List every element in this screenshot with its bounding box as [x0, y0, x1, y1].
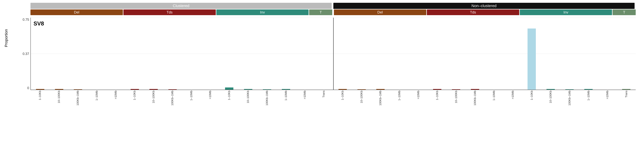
x-label-c-tds-3: 100Kb–1Mb: [163, 91, 182, 106]
bar-c-tds-4: [182, 18, 201, 90]
x-label-nc-tds-1: 1–10Kb: [428, 91, 447, 106]
x-axis-labels: 1–10Kb 10–100Kb 100Kb–1Mb 1–10Mb >10Mb 1…: [16, 91, 636, 106]
bar-nc-tds-1: [428, 18, 447, 90]
bar-nc-inv-2: [541, 18, 560, 90]
bar-nc-inv-4: [579, 18, 598, 90]
x-label-nc-trans: Trans: [617, 91, 636, 106]
x-label-c-tds-2: 10–100Kb: [144, 91, 163, 106]
x-label-nc-del-4: 1–10Mb: [390, 91, 409, 106]
y-axis-label: Proportion: [4, 29, 8, 47]
x-label-c-del-2: 10–100Kb: [50, 91, 68, 106]
nonclustered-inv-label: Inv: [520, 10, 612, 15]
x-labels-area: 1–10Kb 10–100Kb 100Kb–1Mb 1–10Mb >10Mb 1…: [30, 91, 636, 106]
bar-c-inv-3: [258, 18, 276, 90]
bar-c-inv-1: [220, 18, 239, 90]
x-label-nc-del-3: 100Kb–1Mb: [371, 91, 390, 106]
bar-nc-trans: [617, 18, 636, 90]
bar-c-del-2: [50, 18, 69, 90]
bar-nc-inv-3: [560, 18, 579, 90]
x-label-nc-del-1: 1–10Kb: [333, 91, 352, 106]
x-label-c-inv-1: 1–10Kb: [220, 91, 239, 106]
bar-c-tds-3: [163, 18, 182, 90]
bar-c-trans: [314, 18, 333, 90]
y-axis: Proportion 0.75 0.37 0: [16, 18, 30, 90]
x-label-c-inv-5: >10Mb: [295, 91, 314, 106]
bar-c-tds-1: [125, 18, 144, 90]
bar-c-del-1: [31, 18, 50, 90]
bar-c-del-3: [68, 18, 88, 90]
x-label-c-inv-3: 100Kb–1Mb: [258, 91, 276, 106]
x-label-nc-del-5: >10Mb: [409, 91, 428, 106]
x-label-nc-del-2: 10–100Kb: [352, 91, 371, 106]
y-tick-075: 0.75: [22, 18, 29, 22]
x-label-c-del-1: 1–10Kb: [30, 91, 50, 106]
bar-c-inv-2: [239, 18, 258, 90]
x-label-c-tds-5: >10Mb: [201, 91, 220, 106]
non-clustered-label: Non–clustered: [333, 3, 634, 9]
x-label-nc-inv-3: 100Kb–1Mb: [560, 91, 579, 106]
bar-c-del-4: [88, 18, 106, 90]
cluster-labels: Clustered Non–clustered: [16, 3, 636, 9]
x-label-nc-inv-1: 1–10Kb: [522, 91, 541, 106]
x-label-c-del-3: 100Kb–1Mb: [68, 91, 87, 106]
bar-c-inv-4: [276, 18, 296, 90]
bar-c-tds-2: [144, 18, 163, 90]
x-label-nc-inv-4: 1–10Mb: [579, 91, 598, 106]
sv-type-labels: Del Tds Inv T Del Tds Inv T: [16, 10, 636, 15]
y-tick-0: 0: [27, 86, 29, 90]
clustered-tds-label: Tds: [124, 10, 216, 15]
bar-nc-inv-1: [522, 18, 541, 90]
x-label-nc-tds-5: >10Mb: [503, 91, 522, 106]
bar-c-del-5: [106, 18, 125, 90]
bar-nc-del-3: [371, 18, 390, 90]
nonclustered-tds-label: Tds: [427, 10, 519, 15]
bar-nc-inv-5: [598, 18, 617, 90]
x-label-c-del-4: 1–10Mb: [87, 91, 106, 106]
x-label-c-inv-2: 10–100Kb: [238, 91, 258, 106]
x-label-nc-inv-5: >10Mb: [598, 91, 617, 106]
bar-nc-del-4: [390, 18, 409, 90]
clustered-del-label: Del: [30, 10, 123, 15]
header-section: Clustered Non–clustered Del Tds Inv T De…: [16, 3, 636, 16]
bar-nc-tds-3: [466, 18, 484, 90]
x-label-nc-tds-2: 10–100Kb: [446, 91, 466, 106]
bar-nc-tds-4: [484, 18, 504, 90]
bar-c-inv-5: [296, 18, 314, 90]
x-label-nc-inv-2: 10–100Kb: [541, 91, 560, 106]
bar-nc-tds-2: [447, 18, 466, 90]
clustered-inv-label: Inv: [216, 10, 309, 15]
chart-title: SV8: [34, 20, 44, 27]
y-tick-037: 0.37: [22, 52, 29, 56]
x-label-c-tds-1: 1–10Kb: [125, 91, 144, 106]
bar-nc-tds-5: [504, 18, 522, 90]
x-label-c-tds-4: 1–10Mb: [182, 91, 201, 106]
x-label-nc-tds-4: 1–10Mb: [484, 91, 504, 106]
clustered-t-label: T: [309, 10, 332, 15]
chart-container: Clustered Non–clustered Del Tds Inv T De…: [0, 0, 644, 146]
bar-nc-del-1: [333, 18, 352, 90]
bar-nc-del-2: [352, 18, 371, 90]
bars-container: [31, 18, 636, 90]
x-label-c-trans: Trans: [314, 91, 333, 106]
bar-nc-del-5: [409, 18, 428, 90]
x-label-c-del-5: >10Mb: [106, 91, 125, 106]
x-label-nc-tds-3: 100Kb–1Mb: [466, 91, 484, 106]
bar-c-tds-5: [201, 18, 220, 90]
nonclustered-del-label: Del: [334, 10, 426, 15]
x-label-c-inv-4: 1–10Mb: [276, 91, 295, 106]
clustered-label: Clustered: [30, 3, 332, 9]
plot-area: SV8: [30, 18, 636, 90]
nonclustered-t-label: T: [612, 10, 636, 15]
